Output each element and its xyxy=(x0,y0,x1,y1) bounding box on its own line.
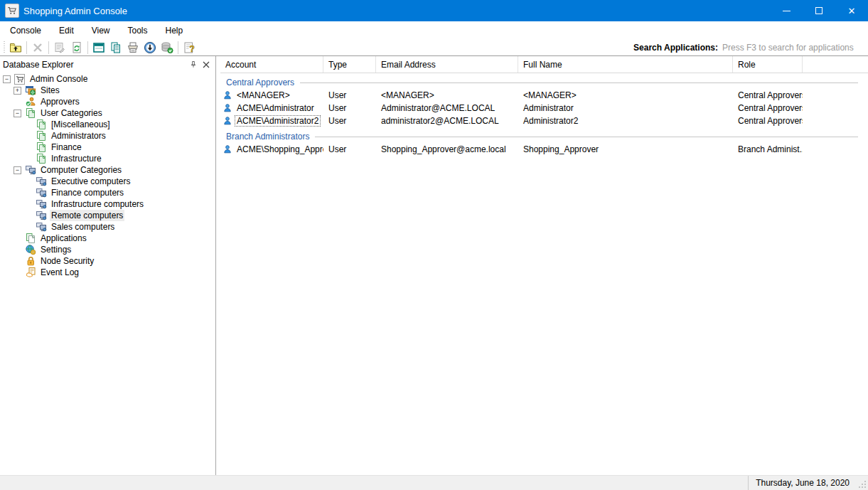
column-header-type[interactable]: Type xyxy=(323,56,376,73)
maximize-button[interactable] xyxy=(803,0,835,21)
table-row[interactable]: <MANAGER>User<MANAGER><MANAGER>Central A… xyxy=(220,89,868,102)
table-row[interactable]: ACME\Shopping_ApproverUserShopping_Appro… xyxy=(220,143,868,156)
computers-icon xyxy=(35,187,47,198)
cell-email: Shopping_Approver@acme.local xyxy=(376,143,518,156)
tree-item-approvers[interactable]: Approvers xyxy=(0,96,215,107)
menu-view[interactable]: View xyxy=(85,23,117,38)
properties-button[interactable] xyxy=(51,40,68,55)
computers-icon xyxy=(35,198,47,210)
user-icon xyxy=(222,144,232,155)
copy-button[interactable] xyxy=(107,40,124,55)
toolbar-separator xyxy=(87,41,88,54)
tree-item-label: Remote computers xyxy=(50,210,124,221)
close-button[interactable]: ✕ xyxy=(835,0,868,21)
toolbar: ? Search Applications: xyxy=(0,39,868,56)
expand-icon[interactable]: + xyxy=(14,87,21,95)
user-icon xyxy=(222,103,232,114)
pages-icon xyxy=(35,119,47,130)
tree-item-applications[interactable]: Applications xyxy=(0,233,215,244)
tree-item-node-security[interactable]: Node Security xyxy=(0,255,215,267)
column-header-full-name[interactable]: Full Name xyxy=(518,56,733,73)
tree-item-label: Finance xyxy=(50,142,83,153)
help-button[interactable]: ? xyxy=(181,40,198,55)
column-header-role[interactable]: Role xyxy=(733,56,803,73)
tree-item-computer-categories[interactable]: −Computer Categories xyxy=(0,164,215,176)
toolbar-separator xyxy=(48,41,49,54)
group-header-branch-administrators[interactable]: Branch Administrators xyxy=(220,127,868,143)
tree-item-user-categories[interactable]: −User Categories xyxy=(0,107,215,119)
eventlog-icon xyxy=(24,267,36,278)
collapse-icon[interactable]: − xyxy=(14,166,21,174)
menu-console[interactable]: Console xyxy=(3,23,48,38)
cell-email: administrator2@ACME.LOCAL xyxy=(376,114,518,127)
tree-item-sites[interactable]: +Sites xyxy=(0,85,215,96)
explorer-close-icon xyxy=(203,61,210,68)
cell-type: User xyxy=(323,89,376,102)
tree-item-label: [Miscellaneous] xyxy=(50,119,112,130)
collapse-icon[interactable]: − xyxy=(14,110,21,117)
refresh-icon xyxy=(70,41,83,54)
tree-item-finance[interactable]: Finance xyxy=(0,142,215,153)
tree-item-label: Computer Categories xyxy=(39,164,123,176)
column-header-email-address[interactable]: Email Address xyxy=(376,56,518,73)
toolbar-grip[interactable] xyxy=(3,41,6,54)
search-input[interactable] xyxy=(722,41,867,55)
cell-account: ACME\Administrator xyxy=(220,102,323,114)
computers-icon xyxy=(24,164,36,176)
cell-empty xyxy=(803,114,868,127)
group-title: Branch Administrators xyxy=(226,132,309,142)
menu-help[interactable]: Help xyxy=(159,23,191,38)
pin-button[interactable] xyxy=(187,59,200,70)
table-row[interactable]: ACME\AdministratorUserAdministrator@ACME… xyxy=(220,102,868,114)
table-row[interactable]: ACME\Administrator2Useradministrator2@AC… xyxy=(220,114,868,127)
cell-role: Central Approvers xyxy=(733,114,803,127)
tree-item-remote-computers[interactable]: Remote computers xyxy=(0,210,215,221)
maximize-icon xyxy=(815,7,823,14)
computers-icon xyxy=(35,176,47,187)
cell-full-name: Administrator2 xyxy=(518,114,733,127)
explorer-tree: −Admin Console+SitesApprovers−User Categ… xyxy=(0,71,215,475)
tree-item-sales-computers[interactable]: Sales computers xyxy=(0,221,215,233)
tree-item-administrators[interactable]: Administrators xyxy=(0,130,215,142)
print-button[interactable] xyxy=(124,40,141,55)
pages-icon xyxy=(24,107,36,119)
tree-item-label: Finance computers xyxy=(50,187,125,198)
sites-icon xyxy=(24,85,36,96)
computers-icon xyxy=(35,210,47,221)
explorer-close-button[interactable] xyxy=(200,59,213,70)
minimize-icon xyxy=(783,11,791,11)
tree-item-settings[interactable]: Settings xyxy=(0,244,215,255)
explorer-title: Database Explorer xyxy=(3,60,187,70)
database-refresh-button[interactable] xyxy=(159,40,176,55)
up-one-level-button[interactable] xyxy=(7,40,24,55)
status-bar: Thursday, June 18, 2020 xyxy=(0,475,868,490)
menu-edit[interactable]: Edit xyxy=(52,23,81,38)
column-header-account[interactable]: Account xyxy=(220,56,323,73)
cell-type: User xyxy=(323,102,376,114)
tree-item-finance-computers[interactable]: Finance computers xyxy=(0,187,215,198)
lock-icon xyxy=(24,255,36,267)
delete-button[interactable] xyxy=(29,40,46,55)
tree-item-miscellaneous[interactable]: [Miscellaneous] xyxy=(0,119,215,130)
menu-tools[interactable]: Tools xyxy=(121,23,155,38)
download-updates-button[interactable] xyxy=(141,40,159,55)
cell-full-name: Shopping_Approver xyxy=(518,143,733,156)
tree-item-infrastructure-computers[interactable]: Infrastructure computers xyxy=(0,198,215,210)
search-zone: Search Applications: xyxy=(633,41,868,55)
folder-up-icon xyxy=(9,41,22,54)
resize-grip[interactable] xyxy=(857,476,868,490)
tree-item-label: Sites xyxy=(39,85,61,96)
computers-icon xyxy=(35,221,47,233)
minimize-button[interactable] xyxy=(770,0,803,21)
tree-item-event-log[interactable]: Event Log xyxy=(0,267,215,278)
collapse-icon[interactable]: − xyxy=(3,75,11,83)
settings-icon xyxy=(24,244,36,255)
cell-role: Branch Administ... xyxy=(733,143,803,156)
report-button[interactable] xyxy=(90,40,107,55)
tree-item-infrastructure[interactable]: Infrastructure xyxy=(0,153,215,164)
group-header-central-approvers[interactable]: Central Approvers xyxy=(220,73,868,89)
tree-item-admin-console[interactable]: −Admin Console xyxy=(0,73,215,85)
tree-item-executive-computers[interactable]: Executive computers xyxy=(0,176,215,187)
refresh-button[interactable] xyxy=(68,40,85,55)
group-title: Central Approvers xyxy=(226,78,294,87)
